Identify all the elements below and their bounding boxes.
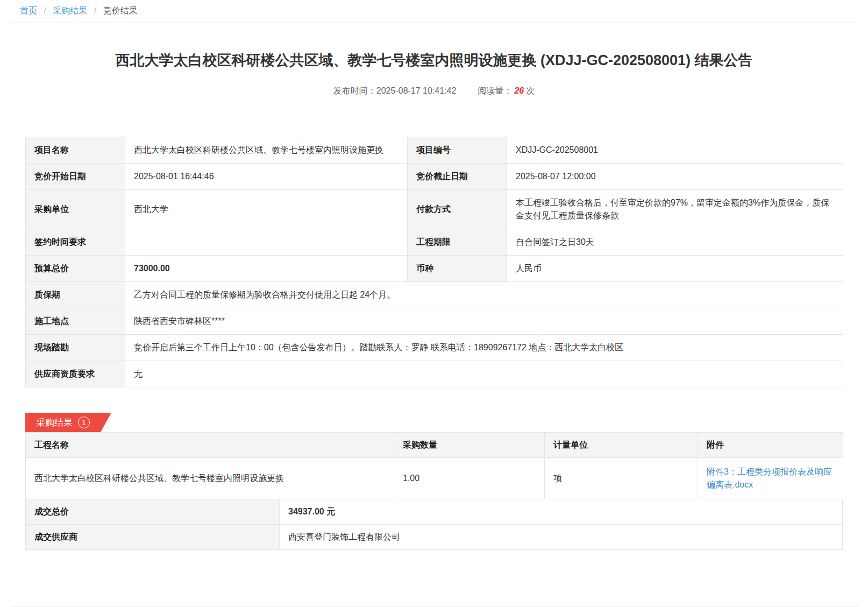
construction-site-value: 陕西省西安市碑林区**** [125, 308, 843, 335]
table-row: 成交总价 34937.00 元 [26, 499, 843, 525]
publish-time-value: 2025-08-17 10:41:42 [376, 86, 457, 95]
page-title: 西北大学太白校区科研楼公共区域、教学七号楼室内照明设施更换 (XDJJ-GC-2… [32, 51, 836, 69]
warranty-value: 乙方对合同工程的质量保修期为验收合格并交付使用之日起 24个月。 [125, 282, 843, 308]
deal-total-value: 34937.00 元 [280, 499, 843, 525]
bid-start-value: 2025-08-01 16:44:46 [125, 164, 408, 190]
bid-end-value: 2025-08-07 12:00:00 [507, 164, 843, 190]
table-header-row: 工程名称 采购数量 计量单位 附件 [26, 433, 843, 458]
table-row: 供应商资质要求 无 [26, 361, 843, 387]
table-row: 施工地点 陕西省西安市碑林区**** [26, 308, 843, 335]
currency-value: 人民币 [507, 256, 843, 282]
attachment-header: 附件 [698, 433, 843, 458]
site-visit-label: 现场踏勘 [26, 335, 125, 361]
table-row: 项目名称 西北大学太白校区科研楼公共区域、教学七号楼室内照明设施更换 项目编号 … [26, 137, 843, 164]
bid-start-label: 竞价开始日期 [26, 164, 125, 190]
project-number-label: 项目编号 [408, 137, 507, 164]
project-number-value: XDJJ-GC-202508001 [507, 137, 843, 164]
project-duration-value: 自合同签订之日30天 [507, 229, 843, 256]
warranty-label: 质保期 [26, 282, 125, 308]
result-unit: 项 [545, 458, 698, 499]
project-name-value: 西北大学太白校区科研楼公共区域、教学七号楼室内照明设施更换 [125, 137, 408, 164]
table-row: 现场踏勘 竞价开启后第三个工作日上午10：00（包含公告发布日）。踏勘联系人：罗… [26, 335, 843, 361]
project-name-header: 工程名称 [26, 433, 394, 458]
purchase-result-table: 工程名称 采购数量 计量单位 附件 西北大学太白校区科研楼公共区域、教学七号楼室… [25, 432, 843, 550]
purchaser-label: 采购单位 [26, 190, 125, 229]
unit-header: 计量单位 [545, 433, 698, 458]
construction-site-label: 施工地点 [26, 308, 125, 335]
publish-time-label: 发布时间： [333, 86, 376, 95]
budget-value: 73000.00 [125, 256, 408, 282]
budget-label: 预算总价 [26, 256, 125, 282]
breadcrumb-purchase-results-link[interactable]: 采购结果 [53, 6, 87, 15]
purchase-result-badge: 采购结果 1 [25, 413, 111, 432]
project-name-label: 项目名称 [26, 137, 125, 164]
project-duration-label: 工程期限 [408, 229, 507, 256]
breadcrumb: 首页 / 采购结果 / 竞价结果 [0, 0, 868, 21]
signing-time-label: 签约时间要求 [26, 229, 125, 256]
currency-label: 币种 [408, 256, 507, 282]
table-row: 采购单位 西北大学 付款方式 本工程竣工验收合格后，付至审定价款的97%，留审定… [26, 190, 843, 229]
supplier-qualification-label: 供应商资质要求 [26, 361, 125, 387]
payment-method-label: 付款方式 [408, 190, 507, 229]
supplier-qualification-value: 无 [125, 361, 843, 387]
deal-total-label: 成交总价 [26, 499, 280, 525]
announcement-header: 西北大学太白校区科研楼公共区域、教学七号楼室内照明设施更换 (XDJJ-GC-2… [10, 23, 858, 109]
publish-info: 发布时间：2025-08-17 10:41:42阅读量：26次 [32, 86, 836, 109]
table-row: 成交供应商 西安喜登门装饰工程有限公司 [26, 525, 843, 550]
quantity-header: 采购数量 [394, 433, 545, 458]
table-row: 质保期 乙方对合同工程的质量保修期为验收合格并交付使用之日起 24个月。 [26, 282, 843, 308]
views-count: 26 [514, 86, 524, 95]
breadcrumb-separator: / [44, 6, 46, 15]
signing-time-value [125, 229, 408, 256]
site-visit-value: 竞价开启后第三个工作日上午10：00（包含公告发布日）。踏勘联系人：罗静 联系电… [125, 335, 843, 361]
deal-supplier-value: 西安喜登门装饰工程有限公司 [280, 525, 843, 550]
project-info-table: 项目名称 西北大学太白校区科研楼公共区域、教学七号楼室内照明设施更换 项目编号 … [25, 137, 843, 387]
announcement-card: 西北大学太白校区科研楼公共区域、教学七号楼室内照明设施更换 (XDJJ-GC-2… [10, 23, 858, 606]
purchaser-value: 西北大学 [125, 190, 408, 229]
purchase-result-badge-label: 采购结果 [36, 417, 73, 429]
table-row: 预算总价 73000.00 币种 人民币 [26, 256, 843, 282]
breadcrumb-separator: / [94, 6, 96, 15]
table-row: 签约时间要求 工程期限 自合同签订之日30天 [26, 229, 843, 256]
table-row: 西北大学太白校区科研楼公共区域、教学七号楼室内照明设施更换 1.00 项 附件3… [26, 458, 843, 499]
result-project-name: 西北大学太白校区科研楼公共区域、教学七号楼室内照明设施更换 [26, 458, 394, 499]
purchase-result-count-badge: 1 [78, 417, 90, 428]
views-label: 阅读量： [478, 86, 512, 95]
result-quantity: 1.00 [394, 458, 545, 499]
payment-method-value: 本工程竣工验收合格后，付至审定价款的97%，留审定金额的3%作为质保金，质保金支… [507, 190, 843, 229]
breadcrumb-current: 竞价结果 [103, 6, 138, 15]
breadcrumb-home-link[interactable]: 首页 [20, 6, 37, 15]
attachment-link[interactable]: 附件3：工程类分项报价表及响应偏离表.docx [707, 467, 832, 489]
bid-end-label: 竞价截止日期 [408, 164, 507, 190]
table-row: 竞价开始日期 2025-08-01 16:44:46 竞价截止日期 2025-0… [26, 164, 843, 190]
views-unit: 次 [526, 86, 535, 95]
deal-supplier-label: 成交供应商 [26, 525, 280, 550]
